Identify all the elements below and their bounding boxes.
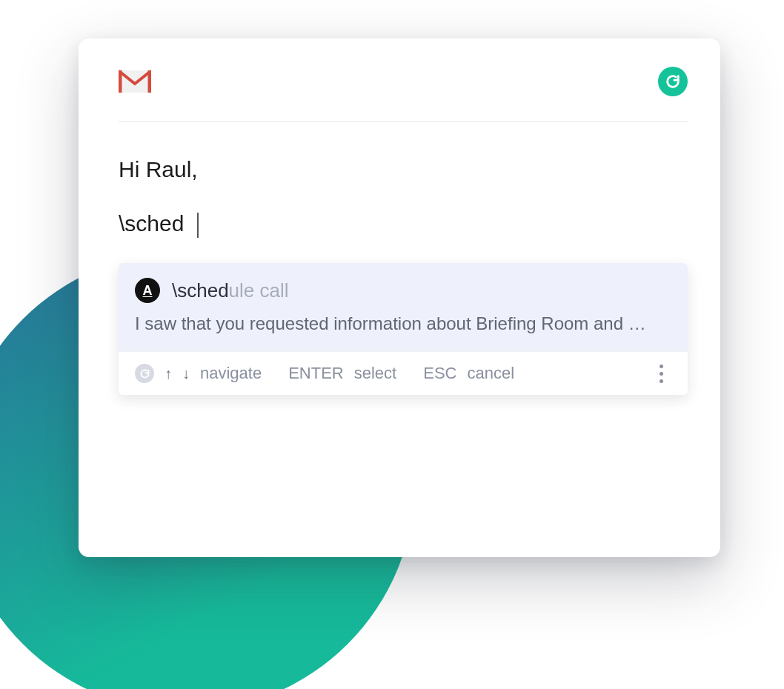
compose-card: Hi Raul, \sched A \schedule call I saw t… [79, 39, 720, 557]
hint-enter-action: select [354, 364, 396, 383]
hint-esc-action: cancel [467, 364, 514, 383]
typed-text: \sched [119, 209, 184, 238]
email-body[interactable]: Hi Raul, \sched A \schedule call I saw t… [119, 122, 688, 395]
hint-bar: ↑ ↓ navigate ENTER select ESC cancel [119, 350, 688, 395]
hint-navigate: navigate [200, 364, 262, 383]
gmail-icon [119, 69, 151, 94]
greeting-text: Hi Raul, [119, 155, 198, 184]
suggestion-item[interactable]: A \schedule call I saw that you requeste… [119, 263, 688, 350]
greeting-line: Hi Raul, [119, 155, 688, 184]
text-cursor [197, 213, 199, 238]
more-options-icon[interactable] [651, 365, 671, 383]
snippet-icon-letter: A [143, 283, 153, 299]
suggestion-command: \schedule call [172, 279, 289, 302]
hint-enter-key: ENTER [288, 364, 344, 383]
suggestion-typed: \sched [172, 279, 229, 302]
hint-esc-key: ESC [423, 364, 456, 383]
suggestion-title-row: A \schedule call [135, 278, 671, 303]
suggestion-preview: I saw that you requested information abo… [135, 313, 671, 334]
grammarly-icon[interactable] [658, 67, 688, 96]
arrow-up-icon: ↑ [165, 365, 172, 382]
arrow-down-icon: ↓ [182, 365, 190, 382]
card-header [119, 67, 688, 122]
suggestion-panel: A \schedule call I saw that you requeste… [119, 263, 688, 395]
snippet-type-icon: A [135, 278, 160, 303]
typed-line: \sched [119, 209, 688, 238]
grammarly-small-icon [135, 364, 154, 383]
suggestion-rest: ule call [229, 279, 289, 302]
